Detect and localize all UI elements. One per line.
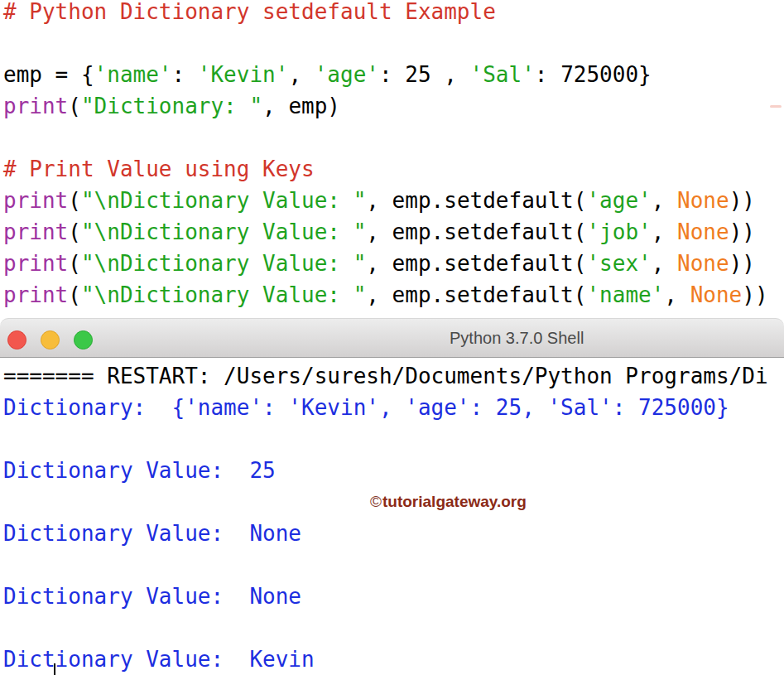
code-token: )) — [729, 251, 755, 276]
code-token: 'name' — [94, 62, 172, 87]
editor-code: # Python Dictionary setdefault Example e… — [0, 0, 784, 311]
code-token: # Print Value using Keys — [3, 157, 315, 181]
editor-line: print("Dictionary: ", emp) — [3, 90, 784, 122]
code-token: Dictionary Value: Kevin — [3, 647, 315, 672]
code-token: Dictionary Value: None — [3, 584, 301, 609]
code-token: , — [288, 62, 314, 87]
text-cursor — [54, 663, 55, 675]
code-token: print — [3, 282, 68, 307]
shell-line: Dictionary Value: None — [3, 581, 784, 612]
code-token: 'age' — [586, 188, 651, 213]
code-token: )) — [729, 219, 755, 244]
code-token: None — [677, 188, 729, 213]
code-token: , emp.setdefault( — [366, 251, 586, 276]
code-token: : — [172, 62, 198, 87]
copyright-icon: © — [370, 493, 382, 510]
code-token: , emp.setdefault( — [366, 282, 586, 307]
code-token: 'age' — [315, 62, 379, 87]
zoom-button[interactable] — [74, 330, 93, 350]
editor-line: print("\nDictionary Value: ", emp.setdef… — [3, 248, 784, 279]
code-token: "\nDictionary Value: " — [81, 282, 366, 307]
code-token: , — [652, 219, 677, 244]
shell-pane[interactable]: ======= RESTART: /Users/suresh/Documents… — [0, 358, 784, 675]
code-token: ( — [68, 94, 81, 118]
shell-line: Dictionary: {'name': 'Kevin', 'age': 25,… — [3, 392, 784, 423]
code-token: , emp) — [262, 94, 340, 118]
code-token: : 25 , — [379, 62, 470, 87]
code-token: None — [677, 251, 729, 276]
code-token: emp = { — [3, 62, 94, 87]
code-token: : 725000} — [535, 62, 652, 87]
code-token: 'Kevin' — [198, 62, 289, 87]
code-token: Dictionary Value: 25 — [3, 458, 276, 483]
code-token: , — [652, 188, 677, 213]
editor-line: # Python Dictionary setdefault Example — [3, 0, 784, 27]
code-token: print — [3, 94, 68, 118]
code-token: , emp.setdefault( — [366, 188, 586, 213]
code-token: 'name' — [586, 282, 664, 307]
code-token: None — [690, 282, 743, 307]
editor-pane[interactable]: # Python Dictionary setdefault Example e… — [0, 0, 784, 318]
shell-line: Dictionary Value: None — [3, 518, 784, 549]
code-token: , — [664, 282, 690, 307]
code-token: # Python Dictionary setdefault Example — [3, 0, 496, 24]
editor-line: print("\nDictionary Value: ", emp.setdef… — [3, 185, 784, 216]
code-token: "Dictionary: " — [81, 94, 262, 118]
code-token: , — [652, 251, 677, 276]
code-token: ( — [68, 282, 81, 307]
minimize-button[interactable] — [41, 330, 60, 350]
code-token: ======= RESTART: /Users/suresh/Documents… — [3, 364, 768, 388]
code-token: 'job' — [586, 219, 651, 244]
shell-line: Dictionary Value: Kevin — [3, 644, 784, 675]
editor-line — [3, 27, 784, 59]
code-token: "\nDictionary Value: " — [81, 188, 366, 213]
code-token: )) — [742, 282, 767, 307]
close-button[interactable] — [7, 330, 26, 350]
code-token: 'sex' — [586, 251, 651, 276]
code-token: Dictionary Value: None — [3, 521, 301, 546]
editor-line — [3, 122, 784, 153]
shell-line — [3, 423, 784, 455]
editor-line: # Print Value using Keys — [3, 153, 784, 185]
watermark: ©tutorialgateway.org — [370, 493, 527, 511]
editor-line: emp = {'name': 'Kevin', 'age': 25 , 'Sal… — [3, 59, 784, 90]
shell-line: ======= RESTART: /Users/suresh/Documents… — [3, 360, 784, 392]
editor-line: print("\nDictionary Value: ", emp.setdef… — [3, 279, 784, 311]
code-token: ( — [68, 251, 81, 276]
shell-line — [3, 549, 784, 581]
code-token: "\nDictionary Value: " — [81, 219, 366, 244]
code-token: None — [677, 219, 729, 244]
code-token: , emp.setdefault( — [366, 219, 586, 244]
code-token: ( — [68, 188, 81, 213]
shell-code: ======= RESTART: /Users/suresh/Documents… — [0, 358, 784, 675]
artifact-dash — [770, 105, 782, 108]
window-controls — [7, 330, 93, 350]
code-token: print — [3, 188, 68, 213]
window-title: Python 3.7.0 Shell — [450, 319, 584, 357]
editor-line: print("\nDictionary Value: ", emp.setdef… — [3, 216, 784, 248]
code-token: "\nDictionary Value: " — [81, 251, 366, 276]
shell-line: Dictionary Value: 25 — [3, 455, 784, 486]
code-token: print — [3, 219, 68, 244]
shell-titlebar[interactable]: Python 3.7.0 Shell — [0, 318, 784, 358]
watermark-text: tutorialgateway.org — [382, 493, 527, 510]
code-token: Dictionary: {'name': 'Kevin', 'age': 25,… — [3, 395, 729, 420]
code-token: 'Sal' — [470, 62, 535, 87]
shell-line — [3, 612, 784, 644]
screen: # Python Dictionary setdefault Example e… — [0, 0, 784, 675]
code-token: print — [3, 251, 68, 276]
code-token: ( — [68, 219, 81, 244]
code-token: )) — [729, 188, 755, 213]
